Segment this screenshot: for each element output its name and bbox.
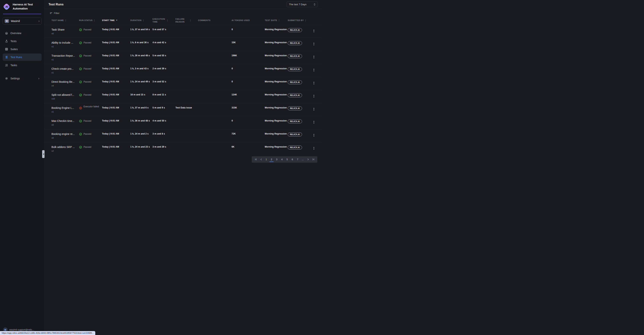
pagination-prev-button[interactable]	[259, 157, 263, 162]
cell-row-menu	[312, 142, 319, 155]
kebab-menu-icon[interactable]	[312, 55, 315, 59]
cell-failure-reason	[176, 116, 198, 129]
column-header-test_name[interactable]: TEST NAME▲▼	[52, 18, 79, 23]
pagination-page-2[interactable]: 2	[270, 157, 274, 162]
cell-execution-time: 5 m and 9 s	[152, 103, 176, 116]
column-header-test_suite[interactable]: TEST SUITE▲▼	[265, 18, 288, 23]
date-range-select[interactable]: The last 7 Days	[286, 1, 318, 7]
cell-test-suite: Morning Regression	[265, 25, 288, 38]
cell-run-status: Passed	[79, 116, 102, 129]
table-row[interactable]: Task Sharev0PassedToday | 9:01 AM1 h, 37…	[44, 25, 322, 38]
workspace-avatar: W	[5, 19, 9, 23]
sidebar-item-suites[interactable]: Suites	[2, 45, 42, 53]
pagination-page-4[interactable]: 4	[280, 157, 284, 162]
cell-test-suite: Morning Regression	[265, 142, 288, 155]
brand-name: Harness AI Test Automation	[13, 2, 33, 11]
cell-failure-reason	[176, 129, 198, 142]
submitted-by-badge: RELICX.AI	[288, 28, 302, 32]
submitted-by-badge: RELICX.AI	[288, 119, 302, 123]
pagination-page-6[interactable]: 6	[290, 157, 294, 162]
cell-ai-tokens: 6K	[232, 142, 265, 155]
pagination-page-7[interactable]: 7	[296, 157, 300, 162]
workspace-name: Wasimil	[11, 19, 36, 22]
cell-row-menu	[312, 25, 319, 38]
pagination-page-5[interactable]: 5	[285, 157, 289, 162]
cell-test-suite: Morning Regression	[265, 90, 288, 103]
cell-ai-tokens: 0	[232, 25, 265, 38]
table-row[interactable]: Booking engine re...v0PassedToday | 9:01…	[44, 129, 322, 142]
table-row[interactable]: Check create pro...v1PassedToday | 9:01 …	[44, 64, 322, 77]
cell-duration: 16 m and 15 s	[130, 90, 152, 103]
submitted-by-badge: RELICX.AI	[288, 67, 302, 71]
sort-arrows-icon: ▲▼	[305, 19, 306, 22]
cell-test-name: Task Sharev0	[52, 25, 79, 38]
chevron-right-icon: ›	[38, 77, 39, 80]
kebab-menu-icon[interactable]	[312, 42, 315, 46]
table-row[interactable]: Max Checkin time...v0PassedToday | 9:01 …	[44, 116, 322, 129]
cell-start-time: Today | 9:01 AM	[102, 129, 130, 142]
cell-test-suite: Morning Regression	[265, 103, 288, 116]
cell-submitted-by: RELICX.AI	[288, 64, 312, 77]
cell-execution-time: 3 m and 8 s	[152, 129, 176, 142]
sidebar-collapse-handle[interactable]	[42, 150, 44, 158]
cell-comments	[198, 129, 232, 142]
sidebar-item-test-runs[interactable]: Test Runs	[2, 53, 42, 61]
kebab-menu-icon[interactable]	[312, 94, 315, 98]
cell-start-time: Today | 9:01 AM	[102, 77, 130, 90]
cell-execution-time: 3 m and 52 s	[152, 77, 176, 90]
kebab-menu-icon[interactable]	[312, 133, 315, 137]
table-row[interactable]: Bulk addons SRP ...v2PassedToday | 9:01 …	[44, 142, 322, 155]
pagination-page-1[interactable]: 1	[264, 157, 268, 162]
pagination-ellipsis[interactable]: ...	[301, 157, 305, 162]
sidebar-item-label: Tasks	[10, 64, 17, 67]
test-tubes-icon	[5, 55, 8, 59]
cell-test-name: Booking Engine L...v1	[52, 103, 79, 116]
kebab-menu-icon[interactable]	[312, 29, 315, 33]
pagination-first-button[interactable]	[254, 157, 258, 162]
table-row[interactable]: Direct Booking Be...v4PassedToday | 9:01…	[44, 77, 322, 90]
filter-label: Filter	[54, 12, 60, 14]
sidebar-item-tasks[interactable]: Tasks	[2, 61, 42, 69]
pagination-next-button[interactable]	[306, 157, 310, 162]
column-header-execution_time[interactable]: EXECUTION TIME▲▼	[152, 18, 176, 23]
pagination: 1234567...	[252, 156, 317, 163]
sidebar-item-tests[interactable]: Tests	[2, 37, 42, 45]
kebab-menu-icon[interactable]	[312, 68, 315, 72]
column-header-submitted_by[interactable]: SUBMITTED BY▲▼	[288, 18, 312, 23]
sidebar-item-label: Tests	[10, 40, 16, 43]
cell-run-status: Passed	[79, 64, 102, 77]
submitted-by-badge: RELICX.AI	[288, 54, 302, 58]
kebab-menu-icon[interactable]	[312, 120, 315, 124]
cell-ai-tokens: 196K	[232, 51, 265, 64]
kebab-menu-icon[interactable]	[312, 107, 315, 111]
select-chevrons-icon	[314, 3, 316, 6]
x-circle-icon	[79, 107, 82, 110]
kebab-menu-icon[interactable]	[312, 81, 315, 85]
pagination-last-button[interactable]	[311, 157, 315, 162]
table-row[interactable]: Booking Engine L...v1Executor failedToda…	[44, 103, 322, 116]
cell-submitted-by: RELICX.AI	[288, 51, 312, 64]
pagination-page-3[interactable]: 3	[275, 157, 279, 162]
sort-arrows-icon: ▲▼	[190, 19, 191, 22]
column-header-run_status[interactable]: RUN STATUS▲▼	[79, 18, 102, 23]
app-brand: AI Harness AI Test Automation	[0, 0, 44, 14]
column-header-duration[interactable]: DURATION▲▼	[130, 18, 152, 23]
table-row[interactable]: Transaction Repor...v1PassedToday | 9:01…	[44, 51, 322, 64]
workspace-selector[interactable]: W Wasimil ›	[2, 17, 42, 24]
column-header-failure_reason[interactable]: FAILURE REASON▲▼	[176, 18, 198, 23]
sidebar-item-settings[interactable]: Settings ›	[2, 75, 42, 82]
column-header-start_time[interactable]: START TIME▼	[102, 18, 130, 23]
filter-button[interactable]: Filter	[44, 9, 322, 16]
cell-duration: 1 h, 36 m and 48 s	[130, 116, 152, 129]
cell-duration: 1 h, 37 m and 6 s	[130, 103, 152, 116]
sidebar-item-overview[interactable]: Overview	[2, 29, 42, 37]
kebab-menu-icon[interactable]	[312, 146, 315, 151]
table-row[interactable]: Split not allowed f...v10PassedToday | 9…	[44, 90, 322, 103]
cell-comments	[198, 51, 232, 64]
cell-start-time: Today | 9:01 AM	[102, 64, 130, 77]
sort-arrows-icon: ▲▼	[65, 19, 66, 22]
table-row[interactable]: Ability to include ...v1PassedToday | 9:…	[44, 38, 322, 51]
main-content: Test Runs The last 7 Days Filter TEST NA…	[44, 0, 322, 167]
cell-ai-tokens: 0	[232, 116, 265, 129]
submitted-by-badge: RELICX.AI	[288, 80, 302, 84]
